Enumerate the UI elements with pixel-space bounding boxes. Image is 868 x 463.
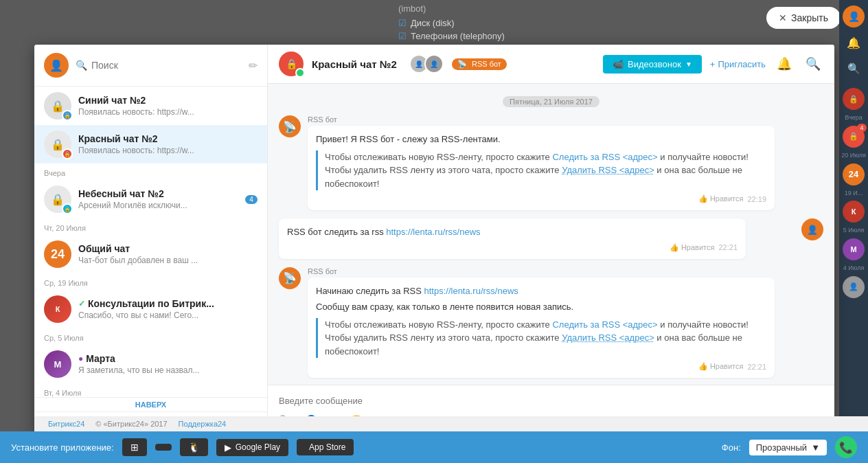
chat-info-konsult: ✓Консультации по Битрик... Спасибо, что … [78,298,251,320]
chat-avatar-obshiy: 24 [44,240,71,268]
msg-footer-2: 👍 Нравится 22:21 [287,243,738,252]
chat-name-siniy: Синий чат №2 [78,95,251,106]
disk-label: Диск (disk) [411,18,455,28]
msg-avatar-out1: 👤 [801,218,823,240]
chat-preview-nebesny: Арсений Могилёв исключи... [78,201,238,210]
chat-name-nebesny: Небесный чат №2 [78,188,238,199]
right-sidebar: 👤 🔔 🔍 🔒 Вчера 🔒 4 20 Июля 24 19 И... К 5… [839,0,868,426]
background-select[interactable]: Прозрачный ▼ [749,440,827,455]
chat-item-konsult[interactable]: К ✓Консультации по Битрик... Спасибо, чт… [34,290,267,328]
header-avatars: 👤 👤 [409,54,444,74]
chat-header-avatar: 🔒 [279,52,304,76]
video-icon: 📹 [613,59,624,69]
rs-date-4: 5 Июля [843,227,865,234]
support-link[interactable]: Поддержка24 [179,420,227,428]
msg-avatar-rss1: 📡 [279,115,301,137]
mac-button[interactable] [155,444,172,451]
search-box: 🔍 [76,60,242,71]
chat-item-obshiy[interactable]: 24 Общий чат Чат-бот был добавлен в ваш … [34,235,267,273]
invite-button[interactable]: + Пригласить [710,59,766,69]
background-dropdown-arrow: ▼ [811,442,820,453]
system-date-msg: Пятница, 21 Июля 2017 [503,95,599,107]
chat-item-marta[interactable]: М ●Марта Я заметила, что вы не назвал... [34,345,267,383]
windows-button[interactable]: ⊞ [122,438,147,456]
google-play-label: Google Play [236,442,280,452]
invite-label: Пригласить [718,59,766,69]
msg-quote-text-3b: Чтобы удалить RSS ленту из этого чата, п… [325,331,766,358]
rs-user-avatar[interactable]: 👤 [843,5,865,27]
google-play-button[interactable]: ▶ Google Play [216,439,288,456]
chat-header-title-area: Красный чат №2 [312,58,397,70]
main-modal: 👤 🔍 ✏ 🔒 🔒 Синий чат №2 Появилась новость… [34,45,834,436]
linux-button[interactable]: 🐧 [180,438,208,456]
rs-date-2: 20 Июля [841,152,866,159]
rs-chat-konsult[interactable]: К [843,201,865,223]
msg-sender-1: RSS бот [308,115,823,124]
rs-search-icon[interactable]: 🔍 [843,58,865,80]
header-avatar-2[interactable]: 👤 [424,54,444,74]
bitrix-link[interactable]: Битрикс24 [48,420,84,428]
msg-footer-1: 👍 Нравится 22:19 [316,194,766,203]
chat-item-krasny[interactable]: 🔒 🔒 Красный чат №2 Появилась новость: ht… [34,125,267,163]
telephony-label: Телефония (telephony) [411,31,505,41]
message-input[interactable] [279,392,823,409]
video-call-button[interactable]: 📹 Видеозвонок ▼ [603,55,702,74]
msg-content-2: RSS бот следить за rss https://lenta.ru/… [279,218,795,259]
chat-avatar-marta: М [44,350,71,378]
search-chat-button[interactable]: 🔍 [803,54,823,74]
msg-like-3[interactable]: 👍 Нравится [698,362,744,371]
phone-icon: 📞 [839,441,853,454]
chat-item-siniy[interactable]: 🔒 🔒 Синий чат №2 Появилась новость: http… [34,87,267,125]
rs-bell-icon[interactable]: 🔔 [843,32,865,54]
bell-button[interactable]: 🔔 [774,54,795,74]
disk-checkbox-item: ☑ Диск (disk) [398,18,505,28]
phone-button[interactable]: 📞 [835,436,857,458]
rs-chat-orange[interactable]: 24 [843,163,865,185]
video-call-label: Видеозвонок [628,59,681,69]
rss-link-3[interactable]: https://lenta.ru/rss/news [424,286,518,296]
msg-quote-3a: Чтобы отслеживать новую RSS-ленту, прост… [316,318,766,359]
msg-text-1a: Привет! Я RSS бот - слежу за RSS-лентами… [316,133,766,146]
msg-time-3: 22:21 [747,363,766,371]
rs-chat-user[interactable]: 👤 [843,276,865,298]
msg-content-3: RSS бот Начинаю следить за RSS https://l… [308,267,823,379]
linux-icon: 🐧 [188,442,200,453]
chat-item-nebesny[interactable]: 🔒 🔒 Небесный чат №2 Арсений Могилёв искл… [34,180,267,218]
rss-bot-chip[interactable]: 📡 RSS бот [452,58,507,70]
close-button[interactable]: ✕ Закрыть [766,7,841,29]
chat-header-title: Красный чат №2 [312,58,397,70]
message-row-2: 👤 RSS бот следить за rss https://lenta.r… [279,218,823,259]
bg-content: (imbot) ☑ Диск (disk) ☑ Телефония (telep… [398,3,505,44]
imbot-label: (imbot) [398,3,505,14]
chat-avatar-krasny: 🔒 🔒 [44,131,71,158]
follow-rss-link-1[interactable]: Следить за RSS <адрес> [552,152,657,162]
msg-sender-3: RSS бот [308,267,823,275]
msg-bubble-1: Привет! Я RSS бот - слежу за RSS-лентами… [308,126,775,210]
msg-like-1[interactable]: 👍 Нравится [698,194,744,203]
rs-chat-marta[interactable]: М [843,238,865,260]
messages-area: Пятница, 21 Июля 2017 📡 RSS бот Привет! … [268,84,834,385]
close-label: Закрыть [791,12,828,23]
search-input[interactable] [91,60,242,71]
rs-chat-red1[interactable]: 🔒 [843,88,865,110]
msg-like-2[interactable]: 👍 Нравится [670,243,715,252]
app-store-button[interactable]: App Store [297,439,354,455]
chat-preview-konsult: Спасибо, что вы с нами! Сего... [78,310,251,320]
chat-preview-krasny: Появилась новость: https://w... [78,146,251,155]
chat-avatar-konsult: К [44,295,71,323]
chat-preview-marta: Я заметила, что вы не назвал... [78,365,251,375]
user-avatar-main[interactable]: 👤 [44,53,69,78]
delete-rss-link-3[interactable]: Удалить RSS <адрес> [562,332,654,343]
naverx-button[interactable]: НАВЕРХ [34,397,267,411]
date-divider-vt4: Вт, 4 Июля [34,383,267,397]
video-dropdown-arrow: ▼ [685,60,692,68]
rss-link-out1[interactable]: https://lenta.ru/rss/news [386,227,480,237]
rs-date-5: 4 Июля [843,264,865,272]
chat-preview-obshiy: Чат-бот был добавлен в ваш ... [78,256,251,265]
telephony-checkbox-item: ☑ Телефония (telephony) [398,31,505,41]
left-header: 👤 🔍 ✏ [34,45,267,87]
follow-rss-link-3[interactable]: Следить за RSS <адрес> [552,319,657,330]
delete-rss-link-1[interactable]: Удалить RSS <адрес> [562,165,654,175]
compose-icon[interactable]: ✏ [249,59,258,72]
system-date-text: Пятница, 21 Июля 2017 [503,96,599,107]
